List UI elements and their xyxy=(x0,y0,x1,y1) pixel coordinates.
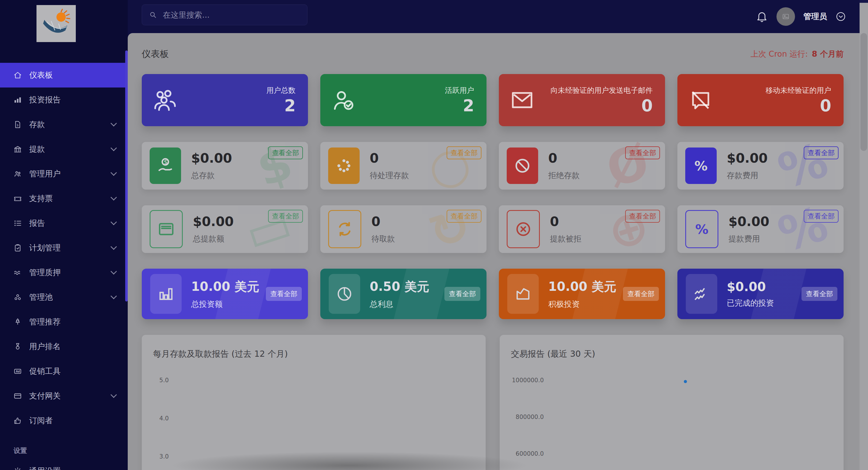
sidebar-section-settings: 设置 xyxy=(0,442,128,459)
stat-value: 0 xyxy=(550,214,581,229)
chevron-down-icon xyxy=(111,145,117,151)
y-axis-tick: 4.0 xyxy=(152,415,169,422)
sidebar-item-label: 管理质押 xyxy=(29,267,61,278)
chevron-down-icon xyxy=(111,120,117,127)
trend-lines-icon xyxy=(693,285,710,303)
sidebar-item-withdrawals[interactable]: 提款 xyxy=(0,137,128,162)
stat-card-active-investments: 10.00 美元积极投资 查看全部 xyxy=(499,269,665,319)
transaction-report-chart: 交易报告 (最近 30 天) 1000000.0 800000.0 600000… xyxy=(500,335,844,470)
sidebar-nav: 仪表板 投资报告 $ 存款 提款 管理用户 支持票 报告 xyxy=(0,63,128,470)
sidebar-item-support-tickets[interactable]: 支持票 xyxy=(0,186,128,211)
view-all-button[interactable]: 查看全部 xyxy=(625,146,660,159)
sidebar-item-label: 用户排名 xyxy=(29,341,61,352)
solar-globe-logo-icon xyxy=(40,9,72,38)
svg-text:%: % xyxy=(694,159,708,174)
image-placeholder-icon xyxy=(782,12,790,21)
notifications-bell-icon[interactable] xyxy=(756,10,768,23)
sidebar-item-payment-gateways[interactable]: 支付网关 xyxy=(0,383,128,408)
percent-icon: % xyxy=(692,220,711,238)
stat-value: 0 xyxy=(642,97,653,114)
sidebar-item-promotion-tools[interactable]: Ad 促销工具 xyxy=(0,359,128,383)
charts-row: 每月存款及取款报告 (过去 12 个月) 5.0 4.0 3.0 交易报告 (最… xyxy=(142,335,844,470)
main-content: 仪表板 上次 Cron 运行:8 个月前 用户总数2 活跃用户2 向未经验证的用… xyxy=(128,33,860,470)
user-check-icon xyxy=(331,87,357,113)
sidebar-item-label: 通用设置 xyxy=(29,466,61,470)
sidebar-item-subscribers[interactable]: 订阅者 xyxy=(0,408,128,433)
chevron-down-icon xyxy=(111,243,117,250)
sidebar-item-deposits[interactable]: $ 存款 xyxy=(0,112,128,137)
view-all-button[interactable]: 查看全部 xyxy=(446,146,482,159)
stat-label: 移动未经验证的用户 xyxy=(766,86,831,95)
stat-label: 活跃用户 xyxy=(445,86,474,95)
sidebar-item-plan-management[interactable]: 计划管理 xyxy=(0,236,128,260)
page-scrollbar-thumb[interactable] xyxy=(861,33,867,151)
user-menu-chevron-icon[interactable] xyxy=(835,11,846,22)
stat-value: $0.00 xyxy=(727,279,774,294)
sidebar-item-label: 投资报告 xyxy=(29,95,61,105)
svg-text:$: $ xyxy=(17,123,19,127)
stat-card-rejected-withdrawals: 0提款被拒 查看全部 xyxy=(499,205,665,253)
y-axis-tick: 800000.0 xyxy=(502,414,544,421)
stat-label: 提款被拒 xyxy=(550,234,581,244)
chevron-down-icon xyxy=(111,268,117,274)
ban-icon xyxy=(513,157,532,175)
page-head: 仪表板 上次 Cron 运行:8 个月前 xyxy=(142,44,844,64)
view-all-button[interactable]: 查看全部 xyxy=(446,210,482,223)
user-avatar[interactable] xyxy=(776,7,795,26)
sidebar-item-user-ranking[interactable]: 用户排名 xyxy=(0,334,128,359)
user-name[interactable]: 管理员 xyxy=(803,11,827,22)
envelope-icon xyxy=(509,87,535,113)
page-title: 仪表板 xyxy=(142,48,169,60)
cron-status: 上次 Cron 运行:8 个月前 xyxy=(750,49,844,60)
sidebar-item-label: 提款 xyxy=(29,144,45,155)
view-all-button[interactable]: 查看全部 xyxy=(268,146,303,159)
topbar-right: 管理员 xyxy=(756,0,846,33)
view-all-button[interactable]: 查看全部 xyxy=(802,287,837,301)
view-all-button[interactable]: 查看全部 xyxy=(625,210,660,223)
svg-text:$: $ xyxy=(164,159,168,165)
sidebar-item-reports[interactable]: 报告 xyxy=(0,211,128,236)
stat-card-total-interest: 0.50 美元总利息 查看全部 xyxy=(320,269,487,319)
stat-value: 2 xyxy=(463,97,474,114)
sidebar-item-investment-report[interactable]: 投资报告 xyxy=(0,88,128,112)
sidebar-item-manage-referrals[interactable]: 管理推荐 xyxy=(0,310,128,334)
percent-icon: % xyxy=(692,157,710,175)
stat-label: 向未经验证的用户发送电子邮件 xyxy=(551,86,653,95)
pie-chart-icon xyxy=(336,285,353,303)
sidebar-scrollbar[interactable] xyxy=(125,51,128,301)
sidebar-item-label: 管理用户 xyxy=(29,169,61,179)
view-all-button[interactable]: 查看全部 xyxy=(623,287,659,301)
sidebar-item-label: 报告 xyxy=(29,218,45,229)
stat-value: 0 xyxy=(370,150,409,166)
sidebar-item-label: 促销工具 xyxy=(29,366,61,377)
stat-row-1: 用户总数2 活跃用户2 向未经验证的用户发送电子邮件0 移动未经验证的用户0 xyxy=(142,74,844,126)
view-all-button[interactable]: 查看全部 xyxy=(804,146,839,159)
chevron-down-icon xyxy=(111,293,117,299)
search-input[interactable] xyxy=(162,10,300,20)
stat-card-active-users: 活跃用户2 xyxy=(320,74,487,126)
sidebar-item-general-settings[interactable]: 通用设置 xyxy=(0,459,128,470)
sidebar-item-manage-users[interactable]: 管理用户 xyxy=(0,162,128,186)
view-all-button[interactable]: 查看全部 xyxy=(268,210,303,223)
brand-logo[interactable] xyxy=(36,5,76,42)
stat-value: 0 xyxy=(548,150,580,166)
view-all-button[interactable]: 查看全部 xyxy=(804,210,839,223)
stat-row-4: 10.00 美元总投资额 查看全部 0.50 美元总利息 查看全部 10.00 … xyxy=(142,269,844,319)
stat-value: $0.00 xyxy=(191,150,232,166)
bank-icon xyxy=(13,145,22,154)
stat-value: 0 xyxy=(371,214,395,229)
area-chart-icon xyxy=(514,285,532,303)
credit-card-icon xyxy=(157,220,176,238)
sidebar-item-dashboard[interactable]: 仪表板 xyxy=(0,63,128,88)
x-circle-icon xyxy=(514,220,532,238)
stat-value: $0.00 xyxy=(728,214,770,229)
stat-card-withdrawal-charges: % $0.00提款费用 查看全部 xyxy=(677,205,844,253)
page-scrollbar[interactable] xyxy=(860,0,868,470)
view-all-button[interactable]: 查看全部 xyxy=(266,287,302,301)
chat-slash-icon xyxy=(687,87,714,113)
ticket-icon xyxy=(13,194,22,203)
view-all-button[interactable]: 查看全部 xyxy=(444,287,480,301)
chevron-down-icon xyxy=(111,392,117,398)
sidebar-item-manage-pools[interactable]: 管理池 xyxy=(0,285,128,310)
sidebar-item-manage-staking[interactable]: 管理质押 xyxy=(0,260,128,285)
